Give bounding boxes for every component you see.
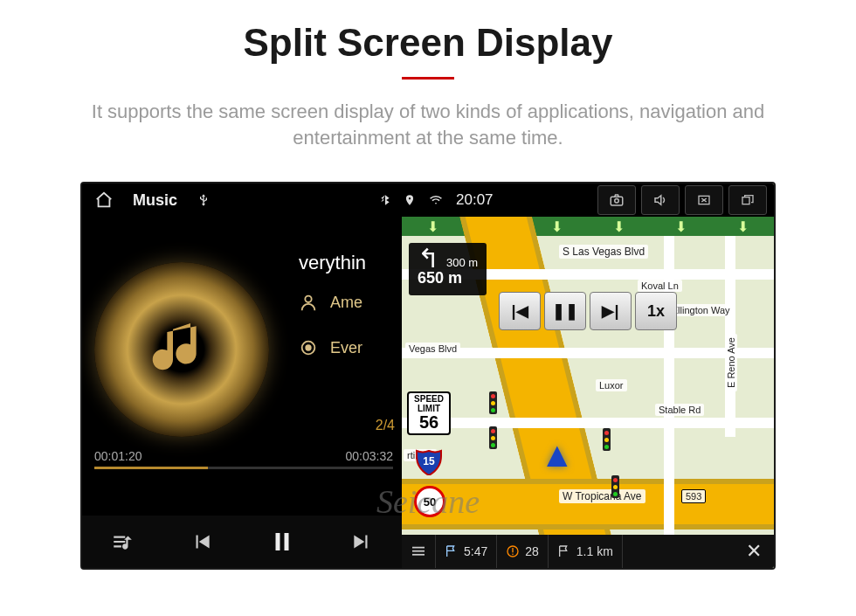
multiwindow-button[interactable] bbox=[728, 185, 767, 215]
turn-instruction: ↰ 300 m 650 m bbox=[409, 243, 487, 295]
svg-rect-10 bbox=[412, 547, 425, 549]
svg-point-1 bbox=[615, 199, 619, 204]
map-canvas[interactable]: ⬇ ⬇ ⬇ ⬇ ⬇ ⬇ S Las Vegas Blv bbox=[402, 217, 774, 568]
topbar-app-label: Music bbox=[133, 191, 177, 210]
title-underline bbox=[402, 77, 454, 80]
album-label: Ever bbox=[330, 339, 362, 357]
pause-button[interactable] bbox=[261, 521, 303, 563]
svg-rect-8 bbox=[284, 533, 288, 550]
close-nav-button[interactable]: ✕ bbox=[734, 535, 774, 568]
svg-rect-12 bbox=[412, 554, 425, 556]
street-label: Vegas Blvd bbox=[405, 343, 460, 355]
svg-point-4 bbox=[305, 296, 311, 302]
speed-limit-sign: SPEED LIMIT 56 bbox=[407, 391, 451, 435]
screenshot-button[interactable] bbox=[597, 185, 636, 215]
location-icon bbox=[404, 192, 416, 208]
svg-rect-0 bbox=[611, 197, 623, 206]
traffic-light-icon bbox=[603, 428, 611, 451]
album-art bbox=[94, 262, 269, 437]
svg-rect-15 bbox=[513, 554, 514, 555]
warning-icon bbox=[506, 544, 520, 558]
flag-icon bbox=[445, 544, 459, 558]
device-frame: Music 20:07 verythin bbox=[80, 182, 776, 570]
svg-rect-14 bbox=[513, 548, 514, 552]
route-sim-controls: |◀ ❚❚ ▶| 1x bbox=[499, 292, 677, 330]
track-row-artist[interactable]: Ame bbox=[299, 280, 398, 325]
bluetooth-icon bbox=[379, 192, 391, 208]
sim-pause-button[interactable]: ❚❚ bbox=[544, 292, 586, 330]
alert-value: 28 bbox=[525, 544, 539, 558]
page-title: Split Screen Display bbox=[0, 21, 856, 65]
music-pane: verythin Ame Ever 2/4 00:01:20 00:03:32 bbox=[82, 183, 402, 568]
street-label: E Reno Ave bbox=[725, 334, 737, 391]
distance-value: 1.1 km bbox=[576, 544, 613, 558]
time-total: 00:03:32 bbox=[346, 449, 394, 463]
street-label: Stable Rd bbox=[655, 404, 704, 416]
interstate-shield: 15 bbox=[416, 447, 442, 475]
svg-rect-7 bbox=[275, 533, 280, 550]
playlist-button[interactable] bbox=[101, 521, 143, 563]
flag-icon bbox=[557, 544, 571, 558]
distance-segment[interactable]: 1.1 km bbox=[549, 535, 623, 568]
clock-time: 20:07 bbox=[456, 191, 494, 209]
next-button[interactable] bbox=[341, 521, 383, 563]
traffic-light-icon bbox=[489, 426, 497, 449]
route-shield: 593 bbox=[681, 489, 706, 503]
sim-speed-button[interactable]: 1x bbox=[635, 292, 677, 330]
svg-rect-3 bbox=[742, 197, 749, 204]
navigation-pane: ⬇ ⬇ ⬇ ⬇ ⬇ ⬇ S Las Vegas Blv bbox=[402, 183, 774, 568]
menu-button[interactable] bbox=[402, 535, 436, 568]
page-description: It supports the same screen display of t… bbox=[35, 99, 821, 150]
poi-label: Luxor bbox=[596, 379, 627, 391]
progress-bar[interactable] bbox=[94, 467, 393, 469]
svg-rect-11 bbox=[412, 550, 425, 552]
turn-left-icon: ↰ bbox=[418, 248, 439, 269]
track-row-album[interactable]: Ever bbox=[299, 325, 398, 370]
usb-icon bbox=[197, 191, 211, 209]
home-icon[interactable] bbox=[94, 190, 114, 210]
system-topbar: Music 20:07 bbox=[82, 183, 774, 217]
eta-value: 5:47 bbox=[464, 544, 487, 558]
street-label: S Las Vegas Blvd bbox=[559, 245, 648, 259]
svg-point-6 bbox=[306, 346, 311, 351]
turn-distance-big: 650 m bbox=[418, 269, 478, 288]
music-controls bbox=[82, 516, 402, 568]
street-label: W Tropicana Ave bbox=[559, 489, 645, 503]
volume-button[interactable] bbox=[641, 185, 680, 215]
nav-bottom-bar: 5:47 28 1.1 km ✕ bbox=[402, 535, 774, 568]
sim-next-button[interactable]: ▶| bbox=[590, 292, 632, 330]
now-playing-title: verythin bbox=[299, 252, 398, 274]
target-icon bbox=[299, 338, 318, 357]
alert-segment[interactable]: 28 bbox=[497, 535, 549, 568]
time-elapsed: 00:01:20 bbox=[94, 449, 142, 463]
street-label: Koval Ln bbox=[638, 280, 682, 292]
svg-text:15: 15 bbox=[423, 455, 435, 467]
close-split-button[interactable] bbox=[685, 185, 723, 215]
wifi-icon bbox=[428, 194, 444, 206]
prev-button[interactable] bbox=[181, 521, 223, 563]
vehicle-cursor-icon: ▲ bbox=[540, 435, 575, 474]
turn-distance-small: 300 m bbox=[446, 256, 478, 270]
artist-label: Ame bbox=[330, 294, 362, 312]
traffic-light-icon bbox=[611, 475, 619, 498]
person-icon bbox=[299, 293, 318, 312]
sim-prev-button[interactable]: |◀ bbox=[499, 292, 541, 330]
eta-segment[interactable]: 5:47 bbox=[436, 535, 497, 568]
traffic-light-icon bbox=[489, 391, 497, 414]
track-counter: 2/4 bbox=[376, 418, 395, 433]
